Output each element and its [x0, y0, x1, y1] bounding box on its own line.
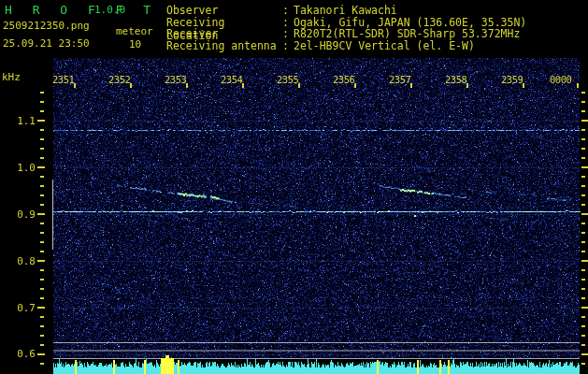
info-separator: : — [282, 39, 294, 52]
time-tick-label: 2356 — [333, 74, 354, 85]
time-tick-label: 2359 — [501, 74, 523, 85]
mode-label: meteor — [116, 25, 153, 37]
info-row-antenna: Receiving antenna : 2el-HB9CV Vertical (… — [166, 39, 475, 52]
time-tick-label: 0000 — [550, 74, 571, 85]
hrofft-window: H R O F F T 1.0.0 2509212350.png meteor … — [0, 0, 588, 374]
freq-tick-label: 0.8 — [0, 255, 36, 267]
interval-label: 10 — [129, 38, 141, 50]
freq-tick-label: 0.9 — [0, 209, 36, 221]
time-tick-label: 2351 — [52, 74, 74, 85]
freq-tick-label: 0.7 — [0, 302, 36, 314]
output-filename: 2509212350.png — [3, 20, 90, 32]
info-value: 2el-HB9CV Vertical (el. E-W) — [294, 39, 475, 52]
time-tick-label: 2355 — [277, 74, 298, 85]
time-tick-label: 2352 — [108, 74, 130, 85]
datetime-label: 25.09.21 23:50 — [3, 37, 90, 50]
freq-tick-label: 0.6 — [0, 348, 36, 360]
freq-tick-label: 1.0 — [0, 162, 36, 174]
app-version: 1.0.0 — [94, 4, 125, 16]
time-tick-label: 2354 — [221, 74, 242, 85]
freq-tick-label: 1.1 — [0, 115, 36, 127]
spectrogram-canvas — [0, 0, 588, 374]
info-label: Receiving antenna — [166, 39, 282, 52]
freq-axis-unit: kHz — [2, 71, 21, 83]
app-title: H R O F F T — [5, 3, 157, 17]
time-tick-label: 2357 — [389, 74, 410, 85]
time-tick-label: 2358 — [445, 74, 466, 85]
time-tick-label: 2353 — [165, 74, 186, 85]
